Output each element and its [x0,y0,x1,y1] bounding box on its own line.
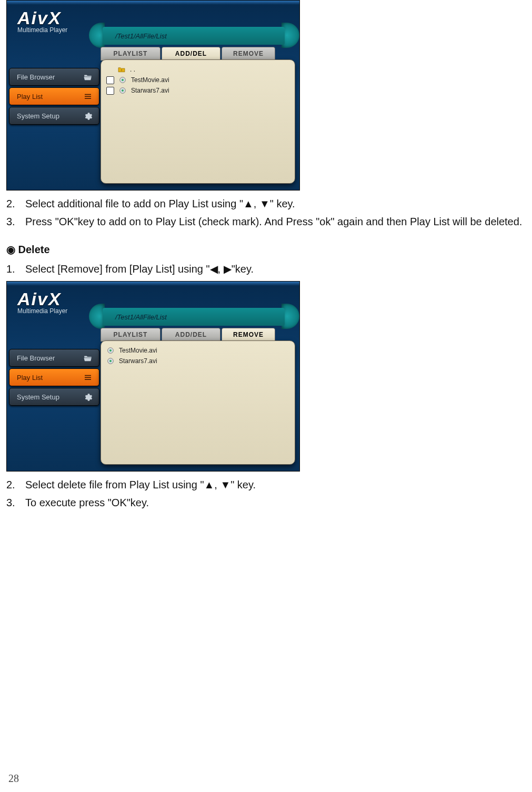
app-logo: AivX Multimedia Player [17,8,67,34]
sidebar: File Browser Play List System Setup [9,68,99,126]
list-item-label: Starwars7.avi [131,87,169,94]
list-item-label: TestMovie.avi [119,347,157,354]
sidebar-item-play-list[interactable]: Play List [9,87,99,105]
media-file-icon [118,76,127,84]
media-file-icon [118,86,127,95]
checkbox-icon[interactable] [106,76,114,84]
sidebar-item-system-setup[interactable]: System Setup [9,388,99,406]
file-list-panel: . . TestMovie.avi Starwars7.avi [101,59,295,184]
brand-subtitle: Multimedia Player [17,307,67,315]
app-logo: AivX Multimedia Player [17,289,67,315]
tab-remove[interactable]: REMOVE [222,47,275,61]
list-item[interactable]: TestMovie.avi [106,345,289,356]
media-file-icon [106,346,115,355]
tab-playlist[interactable]: PLAYLIST [101,47,160,61]
breadcrumb: /Test1/AllFile/List [101,308,297,326]
tab-remove[interactable]: REMOVE [222,328,275,342]
instruction-step-1: 1. Select [Remove] from [Play List] usin… [6,260,526,278]
screenshot-remove: AivX Multimedia Player /Test1/AllFile/Li… [6,281,300,472]
list-item[interactable]: Starwars7.avi [106,356,289,366]
folder-open-icon [83,354,93,363]
breadcrumb: /Test1/AllFile/List [101,27,297,45]
svg-point-3 [122,89,124,92]
instruction-list: 2. Select additional file to add on Play… [6,195,526,230]
svg-point-7 [109,360,112,362]
screenshot-add-del: AivX Multimedia Player /Test1/AllFile/Li… [6,0,300,191]
sidebar-item-label: System Setup [17,393,59,401]
tab-bar: PLAYLIST ADD/DEL REMOVE [101,47,276,61]
list-item-label: TestMovie.avi [131,76,169,84]
sidebar-item-label: Play List [17,93,43,101]
tab-add-del[interactable]: ADD/DEL [162,328,220,342]
list-icon [83,373,93,383]
file-list-panel: TestMovie.avi Starwars7.avi [101,340,295,465]
sidebar-item-system-setup[interactable]: System Setup [9,107,99,125]
section-heading-delete: ◉ Delete [6,243,526,256]
brand-text: AivX [17,289,67,309]
sidebar-item-label: File Browser [17,354,55,362]
list-item-label: Starwars7.avi [119,357,157,365]
page-number: 28 [8,773,19,785]
brand-subtitle: Multimedia Player [17,26,67,34]
sidebar: File Browser Play List System Setup [9,349,99,407]
list-item[interactable]: TestMovie.avi [106,75,289,85]
instruction-step-3: 3. Press "OK"key to add on to Play List … [6,213,526,230]
sidebar-item-label: File Browser [17,73,55,81]
folder-open-icon [83,73,93,82]
folder-up-icon [117,65,126,74]
svg-point-1 [122,79,124,81]
sidebar-item-file-browser[interactable]: File Browser [9,349,99,367]
sidebar-item-label: Play List [17,374,43,382]
checkbox-icon[interactable] [106,87,114,95]
gear-icon [83,393,93,402]
list-item-parent-dir[interactable]: . . [106,64,289,75]
svg-point-5 [109,349,112,352]
breadcrumb-path: /Test1/AllFile/List [103,27,285,45]
brand-text: AivX [17,8,67,28]
instruction-step-2: 2. Select delete file from Play List usi… [6,476,526,494]
instruction-list: 2. Select delete file from Play List usi… [6,476,526,512]
sidebar-item-play-list[interactable]: Play List [9,368,99,386]
breadcrumb-path: /Test1/AllFile/List [103,308,285,326]
gear-icon [83,112,93,121]
instruction-step-3: 3. To execute press "OK"key. [6,494,526,512]
instruction-list: 1. Select [Remove] from [Play List] usin… [6,260,526,278]
sidebar-item-label: System Setup [17,112,59,120]
list-item-label: . . [130,66,135,73]
list-icon [83,92,93,102]
list-item[interactable]: Starwars7.avi [106,85,289,96]
instruction-step-2: 2. Select additional file to add on Play… [6,195,526,213]
sidebar-item-file-browser[interactable]: File Browser [9,68,99,86]
media-file-icon [106,357,115,365]
tab-add-del[interactable]: ADD/DEL [162,47,220,61]
tab-playlist[interactable]: PLAYLIST [101,328,160,342]
tab-bar: PLAYLIST ADD/DEL REMOVE [101,328,276,342]
